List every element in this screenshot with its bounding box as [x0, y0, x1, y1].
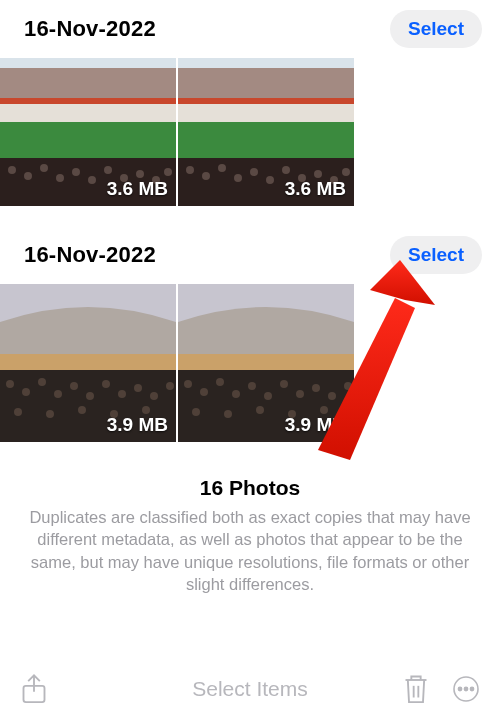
- svg-point-75: [464, 687, 467, 690]
- svg-point-23: [186, 166, 194, 174]
- svg-point-61: [264, 392, 272, 400]
- svg-rect-1: [0, 68, 176, 102]
- trash-icon[interactable]: [402, 675, 430, 703]
- svg-point-50: [78, 406, 86, 414]
- svg-point-33: [342, 168, 350, 176]
- photo-size: 3.9 MB: [285, 414, 346, 436]
- svg-rect-35: [0, 354, 176, 372]
- photo-size: 3.6 MB: [107, 178, 168, 200]
- photo-thumbnail[interactable]: 3.6 MB: [178, 58, 354, 206]
- svg-point-40: [54, 390, 62, 398]
- more-icon[interactable]: [452, 675, 480, 703]
- svg-point-43: [102, 380, 110, 388]
- group-date: 16-Nov-2022: [24, 242, 156, 268]
- svg-point-62: [280, 380, 288, 388]
- svg-point-9: [56, 174, 64, 182]
- svg-point-42: [86, 392, 94, 400]
- svg-point-14: [136, 170, 144, 178]
- svg-point-56: [184, 380, 192, 388]
- summary-description: Duplicates are classified both as exact …: [18, 506, 482, 595]
- svg-point-47: [166, 382, 174, 390]
- svg-rect-18: [178, 68, 354, 102]
- photo-size: 3.6 MB: [285, 178, 346, 200]
- svg-point-63: [296, 390, 304, 398]
- svg-point-25: [218, 164, 226, 172]
- svg-rect-2: [0, 98, 176, 104]
- svg-point-76: [470, 687, 473, 690]
- svg-point-31: [314, 170, 322, 178]
- select-button[interactable]: Select: [390, 236, 482, 274]
- svg-point-26: [234, 174, 242, 182]
- svg-point-59: [232, 390, 240, 398]
- svg-point-71: [320, 406, 328, 414]
- svg-point-11: [88, 176, 96, 184]
- svg-point-39: [38, 378, 46, 386]
- svg-point-16: [164, 168, 172, 176]
- svg-rect-21: [178, 122, 354, 162]
- photo-thumbnail[interactable]: 3.9 MB: [0, 284, 176, 442]
- svg-point-60: [248, 382, 256, 390]
- svg-rect-3: [0, 104, 176, 122]
- svg-point-58: [216, 378, 224, 386]
- svg-point-69: [256, 406, 264, 414]
- svg-point-52: [142, 406, 150, 414]
- svg-rect-20: [178, 104, 354, 122]
- svg-point-38: [22, 388, 30, 396]
- svg-rect-19: [178, 98, 354, 104]
- svg-point-49: [46, 410, 54, 418]
- svg-point-66: [344, 382, 352, 390]
- share-icon[interactable]: [20, 675, 48, 703]
- svg-point-67: [192, 408, 200, 416]
- svg-point-41: [70, 382, 78, 390]
- photo-size: 3.9 MB: [107, 414, 168, 436]
- svg-rect-54: [178, 354, 354, 372]
- photo-thumbnail[interactable]: 3.6 MB: [0, 58, 176, 206]
- svg-point-8: [40, 164, 48, 172]
- svg-point-12: [104, 166, 112, 174]
- svg-point-27: [250, 168, 258, 176]
- svg-point-45: [134, 384, 142, 392]
- svg-point-7: [24, 172, 32, 180]
- svg-point-46: [150, 392, 158, 400]
- svg-point-29: [282, 166, 290, 174]
- svg-point-65: [328, 392, 336, 400]
- svg-point-48: [14, 408, 22, 416]
- toolbar: Select Items: [0, 661, 500, 727]
- select-button[interactable]: Select: [390, 10, 482, 48]
- svg-point-44: [118, 390, 126, 398]
- svg-point-74: [458, 687, 461, 690]
- svg-point-28: [266, 176, 274, 184]
- svg-point-57: [200, 388, 208, 396]
- svg-point-64: [312, 384, 320, 392]
- svg-point-6: [8, 166, 16, 174]
- svg-point-68: [224, 410, 232, 418]
- svg-point-24: [202, 172, 210, 180]
- group-date: 16-Nov-2022: [24, 16, 156, 42]
- photo-thumbnail[interactable]: 3.9 MB: [178, 284, 354, 442]
- summary-title: 16 Photos: [18, 476, 482, 500]
- svg-point-10: [72, 168, 80, 176]
- svg-point-37: [6, 380, 14, 388]
